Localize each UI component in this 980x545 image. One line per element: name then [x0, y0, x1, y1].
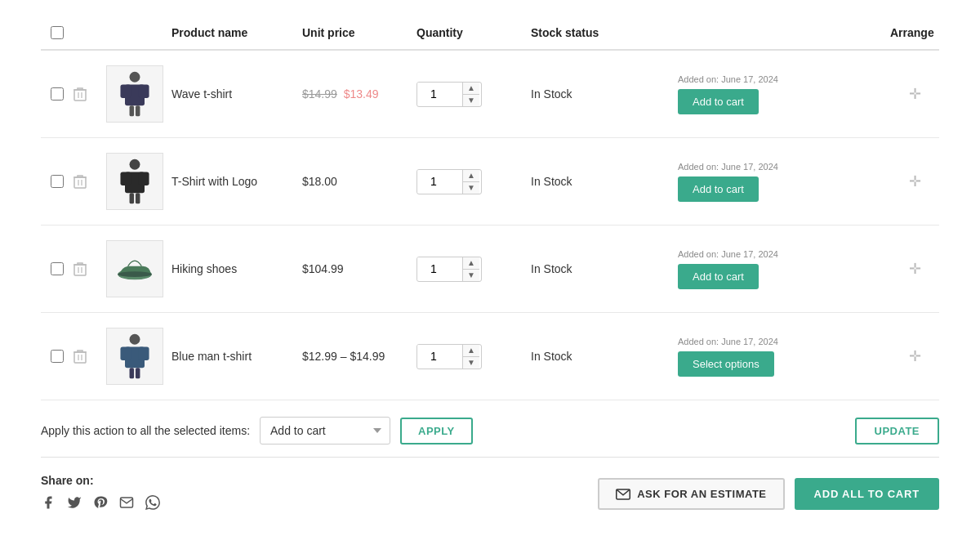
- row2-price: $18.00: [302, 175, 416, 188]
- col-quantity: Quantity: [416, 26, 531, 39]
- row3-add-to-cart-btn[interactable]: Add to cart: [678, 264, 759, 289]
- table-row: Wave t-shirt $14.99 $13.49 ▲ ▼ In Stock …: [41, 51, 939, 138]
- row1-price-sale: $13.49: [344, 87, 379, 101]
- row1-add-to-cart-btn[interactable]: Add to cart: [678, 89, 759, 114]
- row3-qty-up[interactable]: ▲: [463, 257, 479, 270]
- social-icons: [41, 495, 160, 514]
- table-row: T-Shirt with Logo $18.00 ▲ ▼ In Stock Ad…: [41, 138, 939, 226]
- row1-drag-handle[interactable]: ✛: [890, 85, 939, 103]
- wishlist-container: Product name Unit price Quantity Stock s…: [16, 0, 964, 545]
- update-btn[interactable]: UPDATE: [855, 418, 939, 444]
- row1-image: [106, 65, 172, 123]
- row4-checkbox[interactable]: [51, 350, 64, 363]
- svg-rect-8: [130, 105, 135, 116]
- row2-add-to-cart-btn[interactable]: Add to cart: [678, 176, 759, 202]
- row1-price: $14.99 $13.49: [302, 87, 416, 101]
- row1-checkbox[interactable]: [51, 87, 64, 101]
- header-checkbox-cell[interactable]: [41, 26, 74, 39]
- svg-point-4: [130, 72, 140, 83]
- apply-action-group: Apply this action to all the selected it…: [41, 417, 473, 444]
- svg-rect-17: [139, 172, 149, 185]
- twitter-icon[interactable]: [67, 495, 82, 514]
- row3-drag-handle[interactable]: ✛: [890, 260, 939, 278]
- share-label: Share on:: [41, 474, 160, 487]
- row3-delete-btn[interactable]: [74, 261, 87, 276]
- row2-image: [106, 153, 172, 210]
- row3-quantity-input[interactable]: [417, 257, 462, 280]
- ask-estimate-btn[interactable]: ASK FOR AN ESTIMATE: [598, 478, 784, 510]
- row2-qty-up[interactable]: ▲: [463, 170, 479, 182]
- row2-checkbox-cell[interactable]: [41, 175, 74, 188]
- select-all-checkbox[interactable]: [51, 26, 64, 39]
- row4-qty-up[interactable]: ▲: [463, 345, 479, 357]
- svg-point-30: [130, 334, 140, 345]
- row1-qty-down[interactable]: ▼: [463, 95, 479, 106]
- row2-delete-cell[interactable]: [74, 174, 106, 189]
- email-icon[interactable]: [119, 495, 134, 514]
- row4-delete-btn[interactable]: [74, 349, 87, 364]
- row1-action-cell: Added on: June 17, 2024 Add to cart: [678, 74, 890, 114]
- row3-action-cell: Added on: June 17, 2024 Add to cart: [678, 249, 890, 289]
- row4-drag-handle[interactable]: ✛: [890, 347, 939, 365]
- svg-point-14: [130, 159, 140, 170]
- table-header: Product name Unit price Quantity Stock s…: [41, 16, 939, 51]
- svg-rect-9: [136, 105, 140, 116]
- row2-added-on: Added on: June 17, 2024: [678, 162, 778, 172]
- svg-rect-10: [74, 177, 86, 188]
- ask-estimate-label: ASK FOR AN ESTIMATE: [637, 488, 766, 500]
- pinterest-icon[interactable]: [93, 495, 108, 514]
- col-product-name: Product name: [172, 26, 302, 39]
- col-unit-price: Unit price: [302, 26, 416, 39]
- row3-product-name: Hiking shoes: [172, 262, 302, 275]
- row1-qty-up[interactable]: ▲: [463, 83, 479, 95]
- row3-quantity-cell[interactable]: ▲ ▼: [416, 257, 531, 282]
- row2-drag-handle[interactable]: ✛: [890, 172, 939, 190]
- row2-quantity-input[interactable]: [417, 170, 462, 193]
- svg-rect-6: [120, 84, 131, 98]
- col-arrange: Arrange: [890, 26, 939, 39]
- row1-checkbox-cell[interactable]: [41, 87, 74, 101]
- svg-rect-7: [139, 84, 149, 98]
- row3-added-on: Added on: June 17, 2024: [678, 249, 778, 259]
- row1-delete-cell[interactable]: [74, 87, 106, 101]
- row4-select-options-btn[interactable]: Select options: [678, 351, 774, 377]
- row4-product-name: Blue man t-shirt: [172, 350, 302, 363]
- row1-product-name: Wave t-shirt: [172, 87, 302, 101]
- row3-checkbox-cell[interactable]: [41, 262, 74, 275]
- row4-delete-cell[interactable]: [74, 349, 106, 364]
- row1-quantity-input[interactable]: [417, 83, 462, 105]
- row1-delete-btn[interactable]: [74, 87, 87, 101]
- col-stock-status: Stock status: [531, 26, 678, 39]
- apply-btn[interactable]: APPLY: [400, 418, 473, 444]
- bulk-action-select[interactable]: Add to cart Remove from list: [260, 417, 390, 444]
- row4-checkbox-cell[interactable]: [41, 350, 74, 363]
- row3-stock: In Stock: [531, 262, 678, 275]
- svg-rect-18: [130, 193, 135, 203]
- add-all-to-cart-btn[interactable]: ADD ALL TO CART: [795, 478, 939, 510]
- table-row: Hiking shoes $104.99 ▲ ▼ In Stock Added …: [41, 226, 939, 313]
- row4-qty-down[interactable]: ▼: [463, 357, 479, 369]
- row4-action-cell: Added on: June 17, 2024 Select options: [678, 337, 890, 377]
- svg-rect-20: [74, 265, 86, 275]
- row3-delete-cell[interactable]: [74, 261, 106, 276]
- facebook-icon[interactable]: [41, 495, 56, 514]
- svg-rect-16: [120, 172, 131, 185]
- svg-rect-19: [136, 193, 140, 203]
- row3-price: $104.99: [302, 262, 416, 275]
- row3-qty-down[interactable]: ▼: [463, 270, 479, 281]
- row2-delete-btn[interactable]: [74, 174, 87, 189]
- row4-quantity-cell[interactable]: ▲ ▼: [416, 344, 531, 369]
- row2-qty-down[interactable]: ▼: [463, 182, 479, 194]
- row3-image: [106, 240, 172, 297]
- row3-checkbox[interactable]: [51, 262, 64, 275]
- row4-quantity-input[interactable]: [417, 345, 462, 368]
- table-row: Blue man t-shirt $12.99 – $14.99 ▲ ▼ In …: [41, 313, 939, 400]
- row2-quantity-cell[interactable]: ▲ ▼: [416, 169, 531, 194]
- email-icon-estimate: [616, 489, 630, 500]
- footer-row: Share on:: [41, 458, 939, 530]
- row2-checkbox[interactable]: [51, 175, 64, 188]
- whatsapp-icon[interactable]: [145, 495, 160, 514]
- svg-rect-32: [120, 346, 131, 360]
- row1-quantity-cell[interactable]: ▲ ▼: [416, 82, 531, 107]
- svg-rect-34: [130, 368, 135, 378]
